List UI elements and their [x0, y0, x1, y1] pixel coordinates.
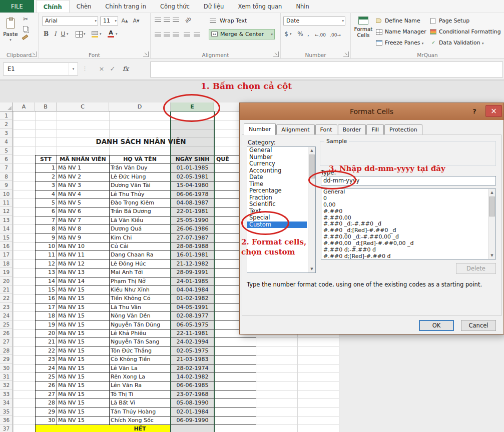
- row-header-18[interactable]: 18: [0, 260, 13, 268]
- cell-E23[interactable]: 04-05-1991: [171, 303, 214, 312]
- accounting-dropdown-icon[interactable]: ▾: [290, 32, 292, 36]
- column-header-B[interactable]: B: [35, 102, 57, 112]
- cell-C32[interactable]: Mã NV 15: [58, 381, 109, 390]
- scroll-down-icon[interactable]: ▼: [308, 266, 315, 272]
- cell-E26[interactable]: 22-11-1981: [171, 329, 214, 338]
- cell-E8[interactable]: 02-05-1981: [171, 172, 214, 181]
- cell-C11[interactable]: Mã NV 5: [58, 198, 109, 207]
- cell-D36[interactable]: Chích Xong Sốc: [111, 416, 171, 424]
- decrease-indent-icon[interactable]: [184, 32, 190, 37]
- cell-B17[interactable]: 11: [35, 250, 55, 259]
- format-list-scrollbar[interactable]: ▲ ▼: [488, 189, 495, 259]
- cell-D28[interactable]: Tôn Đức Thắng: [111, 346, 171, 355]
- cell-E22[interactable]: 01-02-1982: [171, 294, 214, 302]
- format-code-0[interactable]: General: [321, 189, 495, 196]
- wrap-text-button[interactable]: Wrap Text: [209, 16, 247, 26]
- cell-B22[interactable]: 16: [35, 294, 55, 302]
- column-header-E[interactable]: E: [171, 102, 214, 112]
- cell-C28[interactable]: Mã NV 15: [58, 346, 109, 355]
- font-dialog-launcher-icon[interactable]: ↘: [143, 52, 149, 57]
- row-header-12[interactable]: 12: [0, 207, 13, 216]
- cell-D30[interactable]: Lê Văn La: [111, 364, 171, 372]
- row-header-2[interactable]: 2: [0, 120, 13, 128]
- dialog-tab-number[interactable]: Number: [244, 124, 276, 135]
- tab-file[interactable]: FILE: [0, 0, 34, 12]
- borders-dropdown-icon[interactable]: ▾: [84, 32, 86, 36]
- cell-C14[interactable]: Mã NV 8: [58, 224, 109, 233]
- dialog-tab-fill[interactable]: Fill: [366, 124, 384, 135]
- bold-button[interactable]: B: [42, 30, 51, 38]
- category-special[interactable]: Special: [247, 214, 307, 222]
- dialog-tab-font[interactable]: Font: [315, 124, 337, 135]
- cell-C7[interactable]: Mã NV 1: [58, 164, 109, 172]
- category-text[interactable]: Text: [247, 208, 307, 215]
- conditional-formatting-button[interactable]: Conditional Formatting: [430, 28, 501, 36]
- cell-E11[interactable]: 04-08-1987: [171, 198, 214, 207]
- row-header-30[interactable]: 30: [0, 364, 13, 372]
- row-header-19[interactable]: 19: [0, 268, 13, 276]
- cell-D32[interactable]: Lên Văn Ra: [111, 381, 171, 390]
- cell-B23[interactable]: 17: [35, 303, 55, 312]
- category-time[interactable]: Time: [247, 181, 307, 188]
- row-header-6[interactable]: 6: [0, 155, 13, 164]
- cell-E25[interactable]: 06-05-1975: [171, 320, 214, 329]
- cell-B8[interactable]: 2: [35, 172, 55, 181]
- category-fraction[interactable]: Fraction: [247, 194, 307, 202]
- row-header-35[interactable]: 35: [0, 408, 13, 416]
- cell-B16[interactable]: 10: [35, 242, 55, 250]
- number-dialog-launcher-icon[interactable]: ↘: [343, 52, 349, 57]
- align-left-icon[interactable]: [155, 32, 161, 37]
- define-name-button[interactable]: Define Name: [376, 17, 420, 25]
- page-setup-button[interactable]: Page Setup: [430, 17, 469, 25]
- cell-B27[interactable]: 21: [35, 338, 55, 346]
- number-format-combo[interactable]: Date ▾: [283, 16, 345, 26]
- scroll-down-icon[interactable]: ▼: [488, 252, 495, 259]
- cell-B19[interactable]: 13: [35, 268, 55, 276]
- percent-style-icon[interactable]: %: [297, 30, 304, 38]
- cell-B31[interactable]: 25: [35, 372, 55, 381]
- cell-D14[interactable]: Dương Quá: [111, 224, 171, 233]
- cell-D10[interactable]: Lê Thu Thủy: [111, 190, 171, 198]
- row-header-37[interactable]: 37: [0, 424, 13, 432]
- tab-chèn[interactable]: Chèn: [70, 0, 99, 12]
- cell-C9[interactable]: Mã NV 3: [58, 181, 109, 190]
- cell-C8[interactable]: Mã NV 2: [58, 172, 109, 181]
- cell-E30[interactable]: 28-02-1974: [171, 364, 214, 372]
- category-custom[interactable]: Custom: [247, 222, 307, 228]
- row-header-7[interactable]: 7: [0, 164, 13, 172]
- ok-button[interactable]: OK: [419, 320, 454, 331]
- font-name-dropdown-icon[interactable]: ▾: [95, 17, 97, 25]
- cell-E29[interactable]: 21-03-1983: [171, 355, 214, 364]
- category-currency[interactable]: Currency: [247, 160, 307, 168]
- borders-icon[interactable]: [76, 31, 83, 38]
- tab-dữ-liệu[interactable]: Dữ liệu: [197, 0, 231, 12]
- freeze-panes-dropdown-icon[interactable]: ▾: [422, 42, 424, 46]
- row-header-23[interactable]: 23: [0, 303, 13, 312]
- cut-icon[interactable]: ✂: [21, 15, 30, 23]
- alignment-dialog-launcher-icon[interactable]: ↘: [273, 52, 279, 57]
- row-header-33[interactable]: 33: [0, 390, 13, 398]
- format-cells-button[interactable]: Format Cells: [352, 14, 374, 52]
- cell-C18[interactable]: Mã NV 12: [58, 260, 109, 268]
- dialog-tab-border[interactable]: Border: [338, 124, 366, 135]
- cell-D33[interactable]: Tô Thị Ti: [111, 390, 171, 398]
- row-header-24[interactable]: 24: [0, 312, 13, 320]
- cell-D12[interactable]: Trần Bá Dương: [111, 207, 171, 216]
- cell-B7[interactable]: 1: [35, 164, 55, 172]
- cancel-entry-icon[interactable]: ×: [96, 62, 107, 76]
- cell-C16[interactable]: Mã NV 10: [58, 242, 109, 250]
- row-header-3[interactable]: 3: [0, 129, 13, 138]
- header-cell-F6[interactable]: QUÊ: [214, 155, 239, 164]
- cell-E10[interactable]: 06-06-1978: [171, 190, 214, 198]
- row-header-4[interactable]: 4: [0, 138, 13, 146]
- cell-D15[interactable]: Kim Chi: [111, 234, 171, 242]
- row-header-28[interactable]: 28: [0, 346, 13, 355]
- help-button[interactable]: ?: [467, 103, 481, 120]
- paste-button[interactable]: Paste ▾: [1, 14, 20, 49]
- insert-function-icon[interactable]: fx: [120, 62, 131, 76]
- cell-B30[interactable]: 24: [35, 364, 55, 372]
- align-top-icon[interactable]: [155, 18, 161, 22]
- cell-B14[interactable]: 8: [35, 224, 55, 233]
- cell-B29[interactable]: 23: [35, 355, 55, 364]
- cell-B12[interactable]: 6: [35, 207, 55, 216]
